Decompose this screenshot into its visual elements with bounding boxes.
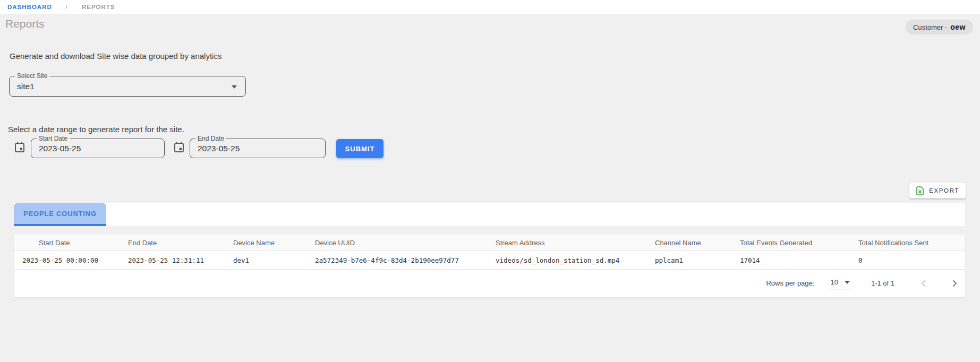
site-select-label: Select Site (15, 72, 49, 80)
cell-channel-name: pplcam1 (646, 256, 731, 264)
breadcrumb-bar: DASHBOARD / REPORTS (0, 0, 980, 14)
start-date-label: Start Date (37, 135, 70, 142)
column-header-channel-name: Channel Name (646, 239, 731, 247)
column-header-total-events: Total Events Generated (731, 239, 850, 247)
cell-end-date: 2023-05-25 12:31:11 (120, 256, 225, 264)
column-header-device-name: Device Name (225, 239, 306, 247)
rows-per-page-select[interactable]: 10 (828, 277, 851, 289)
tab-people-counting[interactable]: PEOPLE COUNTING (14, 203, 106, 226)
start-date-input[interactable]: Start Date 2023-05-25 (31, 139, 165, 158)
chevron-right-icon (951, 280, 958, 287)
pagination: Rows per page: 10 1-1 of 1 (14, 270, 965, 297)
cell-stream-address: videos/sd_london_station_sd.mp4 (487, 256, 646, 264)
page-title: Reports (5, 18, 45, 30)
start-date-value: 2023-05-25 (39, 144, 81, 153)
submit-button[interactable]: SUBMIT (336, 139, 384, 158)
report-table-card: Start Date End Date Device Name Device U… (14, 235, 965, 297)
breadcrumb-item-dashboard[interactable]: DASHBOARD (7, 4, 52, 10)
column-header-total-notifications: Total Notifications Sent (850, 239, 965, 247)
customer-badge-prefix: Customer - (913, 23, 947, 31)
rows-per-page-value: 10 (830, 278, 838, 286)
column-header-start-date: Start Date (14, 239, 120, 247)
cell-device-name: dev1 (225, 256, 306, 264)
calendar-icon[interactable] (14, 141, 25, 155)
column-header-device-uuid: Device UUID (306, 239, 487, 247)
site-select-value: site1 (17, 82, 35, 91)
cell-device-uuid: 2a572349-b7e6-4f9c-83d4-2b190ee97d77 (306, 256, 487, 264)
calendar-icon[interactable] (174, 141, 184, 155)
export-button[interactable]: EXPORT (909, 183, 966, 199)
column-header-stream-address: Stream Address (487, 239, 646, 247)
excel-file-icon (916, 186, 924, 195)
tab-bar: PEOPLE COUNTING (14, 203, 965, 226)
column-header-end-date: End Date (120, 239, 225, 247)
cell-total-events: 17014 (731, 256, 850, 264)
breadcrumb-separator: / (66, 4, 68, 10)
end-date-value: 2023-05-25 (198, 144, 240, 153)
chevron-down-icon (232, 85, 237, 88)
export-button-label: EXPORT (929, 187, 959, 194)
cell-total-notifications: 0 (850, 256, 965, 264)
customer-badge-name: oew (950, 23, 966, 31)
site-select[interactable]: Select Site site1 (9, 76, 246, 97)
tab-label: PEOPLE COUNTING (23, 210, 97, 218)
customer-badge: Customer - oew (906, 20, 973, 35)
chevron-down-icon (845, 281, 850, 284)
breadcrumb: DASHBOARD / REPORTS (7, 4, 115, 10)
intro-text: Generate and download Site wise data gro… (10, 51, 221, 61)
previous-page-button[interactable] (920, 280, 927, 287)
chevron-left-icon (920, 280, 927, 287)
table-row: 2023-05-25 00:00:00 2023-05-25 12:31:11 … (14, 251, 965, 270)
breadcrumb-item-reports: REPORTS (82, 4, 115, 10)
end-date-label: End Date (195, 135, 226, 142)
table-header-row: Start Date End Date Device Name Device U… (14, 235, 965, 251)
pagination-range: 1-1 of 1 (871, 279, 894, 287)
cell-start-date: 2023-05-25 00:00:00 (14, 256, 120, 264)
next-page-button[interactable] (951, 280, 958, 287)
end-date-input[interactable]: End Date 2023-05-25 (190, 139, 326, 158)
date-range-instruction: Select a date range to generate report f… (8, 125, 184, 134)
rows-per-page-label: Rows per page: (766, 279, 814, 287)
